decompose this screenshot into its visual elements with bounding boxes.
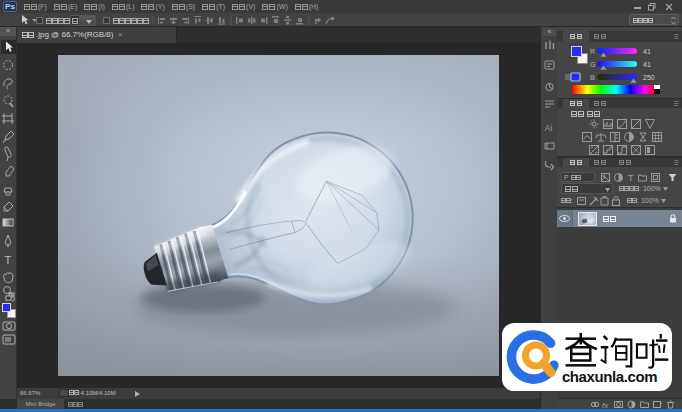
svg-text:Ai: Ai xyxy=(545,123,553,133)
svg-text:fx: fx xyxy=(602,401,609,410)
svg-text:T: T xyxy=(628,173,634,182)
svg-text:T: T xyxy=(5,254,12,266)
